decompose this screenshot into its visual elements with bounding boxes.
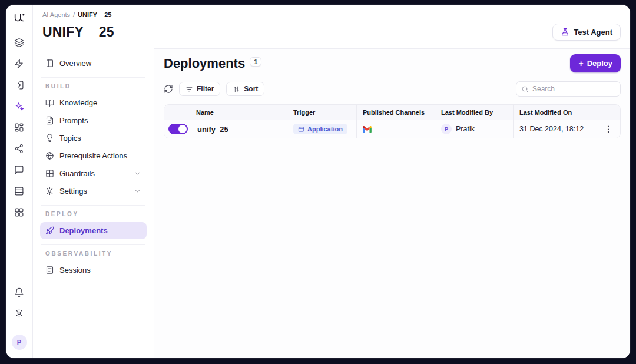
bell-icon[interactable]: [14, 287, 24, 297]
sort-icon: [233, 85, 240, 93]
test-agent-button[interactable]: Test Agent: [552, 24, 621, 41]
lightbulb-icon: [45, 134, 54, 143]
sidebar-item-label: Settings: [59, 187, 87, 196]
divider: [41, 205, 145, 206]
app-window: P AI Agents / UNIFY _ 25 UNIFY _ 25 Test…: [6, 5, 630, 358]
flask-test-icon: [561, 28, 569, 37]
sparkles-ai-agents-icon[interactable]: [14, 101, 24, 111]
modified-by-avatar: P: [441, 124, 452, 134]
table-icon[interactable]: [14, 186, 24, 196]
breadcrumb: AI Agents / UNIFY _ 25: [42, 11, 621, 18]
sidebar-item-label: Overview: [59, 59, 91, 68]
sidebar-item-label: Prompts: [59, 116, 88, 125]
grid-icon: [45, 169, 54, 178]
divider: [41, 244, 145, 245]
search-input[interactable]: [532, 85, 615, 93]
layers-icon[interactable]: [14, 38, 24, 48]
gear-icon[interactable]: [14, 308, 24, 318]
sidebar-item-prerequisite-actions[interactable]: Prerequisite Actions: [40, 147, 147, 164]
trigger-label: Application: [307, 125, 343, 133]
cell-enabled: [164, 120, 191, 138]
sort-label: Sort: [244, 85, 258, 93]
page-title: UNIFY _ 25: [42, 24, 114, 40]
deployments-panel: Deployments 1 + Deploy Filter: [154, 48, 630, 358]
cell-last-modified-on: 31 Dec 2024, 18:12: [513, 120, 597, 138]
cell-published-channels: [356, 120, 435, 138]
col-header-trigger: Trigger: [287, 105, 356, 120]
icon-rail: P: [6, 5, 33, 358]
section-label-observability: OBSERVABILITY: [45, 250, 141, 257]
sidebar-item-label: Guardrails: [59, 169, 95, 178]
deploy-button-label: Deploy: [587, 59, 612, 68]
deployment-enabled-toggle[interactable]: [168, 124, 188, 134]
test-agent-label: Test Agent: [574, 28, 612, 37]
kanban-icon[interactable]: [14, 123, 24, 133]
table-row: unify_25 Application P Pratik: [164, 120, 620, 138]
col-header-last-modified-on: Last Modified On: [513, 105, 597, 120]
plus-icon: +: [578, 59, 583, 68]
search-icon: [521, 85, 529, 93]
top-bar: AI Agents / UNIFY _ 25 UNIFY _ 25 Test A…: [33, 5, 630, 48]
user-avatar[interactable]: P: [12, 335, 27, 350]
section-label-build: BUILD: [45, 83, 141, 90]
cell-trigger: Application: [287, 120, 356, 138]
chevron-down-icon: [134, 187, 141, 195]
toggle-knob: [178, 125, 187, 133]
bolt-icon[interactable]: [14, 59, 24, 69]
sidebar-item-sessions[interactable]: Sessions: [40, 262, 147, 279]
table-toolbar: Filter Sort: [164, 81, 621, 97]
col-header-last-modified-by: Last Modified By: [435, 105, 513, 120]
sidebar-item-settings[interactable]: Settings: [40, 183, 147, 200]
trigger-application-badge: Application: [293, 124, 347, 134]
search-box: [516, 81, 621, 97]
modified-by-name: Pratik: [456, 125, 475, 133]
book-icon: [45, 98, 54, 107]
filter-label: Filter: [197, 85, 214, 93]
rail-nav: [14, 38, 24, 217]
breadcrumb-current: UNIFY _ 25: [78, 11, 111, 18]
title-row: UNIFY _ 25 Test Agent: [42, 24, 621, 48]
sidebar-item-label: Sessions: [59, 266, 91, 274]
filter-icon: [186, 85, 193, 93]
section-label-deploy: DEPLOY: [45, 211, 141, 217]
gmail-icon: [363, 126, 372, 133]
sidebar-item-label: Knowledge: [59, 98, 97, 107]
row-menu-button[interactable]: ⋮: [597, 120, 620, 138]
sidebar-item-label: Deployments: [59, 226, 108, 235]
deployments-header: Deployments 1 + Deploy: [164, 54, 621, 72]
sign-in-icon[interactable]: [14, 80, 24, 90]
cell-last-modified-by: P Pratik: [435, 120, 513, 138]
sessions-doc-icon: [45, 266, 54, 274]
sidebar-item-guardrails[interactable]: Guardrails: [40, 165, 147, 182]
rocket-icon: [45, 226, 54, 235]
share-icon[interactable]: [14, 144, 24, 154]
table-header: Name Trigger Published Channels Last Mod…: [164, 105, 620, 120]
deployments-title: Deployments: [164, 56, 245, 71]
col-header-actions: [597, 105, 620, 120]
globe-icon: [45, 151, 54, 160]
sidebar-item-overview[interactable]: Overview: [40, 55, 147, 72]
refresh-icon[interactable]: [164, 84, 173, 94]
chevron-down-icon: [134, 170, 141, 177]
application-window-icon: [298, 126, 304, 133]
apps-grid-icon[interactable]: [14, 207, 24, 217]
breadcrumb-parent[interactable]: AI Agents: [42, 11, 70, 18]
chat-icon[interactable]: [14, 165, 24, 175]
gear-icon: [45, 187, 54, 196]
sidebar-item-knowledge[interactable]: Knowledge: [40, 94, 147, 111]
rail-bottom: P: [12, 287, 27, 350]
deploy-button[interactable]: + Deploy: [570, 54, 621, 72]
sidebar-item-deployments[interactable]: Deployments: [40, 222, 147, 239]
filter-button[interactable]: Filter: [179, 82, 220, 96]
cell-name[interactable]: unify_25: [191, 120, 287, 138]
sidebar-item-label: Topics: [59, 134, 81, 143]
overview-doc-icon: [45, 59, 54, 68]
agent-sidebar: Overview BUILD Knowledge Prompts Topics: [33, 48, 154, 358]
deployments-count-badge: 1: [250, 57, 261, 67]
deployments-table: Name Trigger Published Channels Last Mod…: [164, 104, 621, 138]
file-text-icon: [45, 116, 54, 125]
body-row: Overview BUILD Knowledge Prompts Topics: [33, 48, 630, 358]
sidebar-item-prompts[interactable]: Prompts: [40, 112, 147, 129]
sort-button[interactable]: Sort: [226, 82, 264, 96]
sidebar-item-topics[interactable]: Topics: [40, 130, 147, 147]
